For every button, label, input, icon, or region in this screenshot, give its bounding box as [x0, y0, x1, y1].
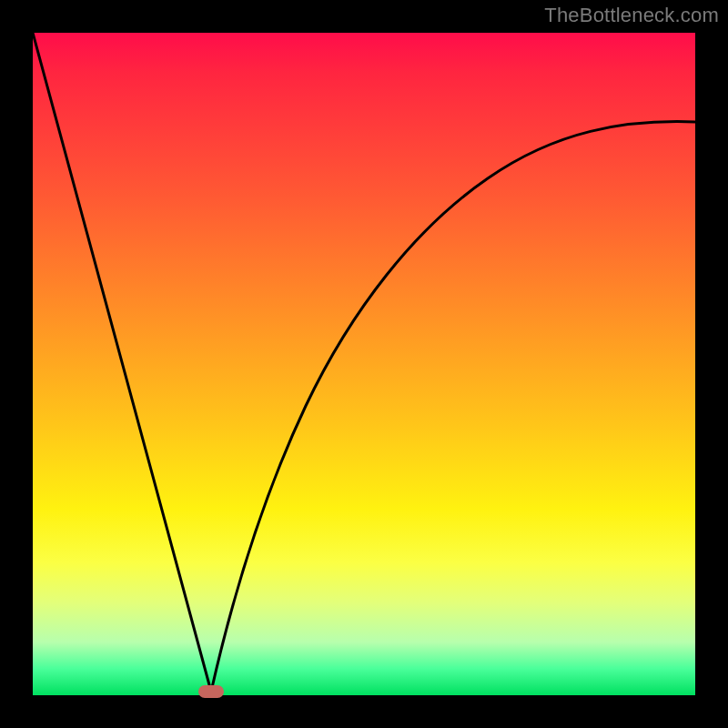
optimum-marker [198, 685, 224, 698]
curve-left-branch [33, 33, 211, 692]
curve-layer [33, 33, 695, 695]
watermark-text: TheBottleneck.com [544, 4, 719, 27]
plot-area [33, 33, 695, 695]
curve-right-branch [211, 122, 695, 692]
chart-frame: TheBottleneck.com [0, 0, 728, 728]
